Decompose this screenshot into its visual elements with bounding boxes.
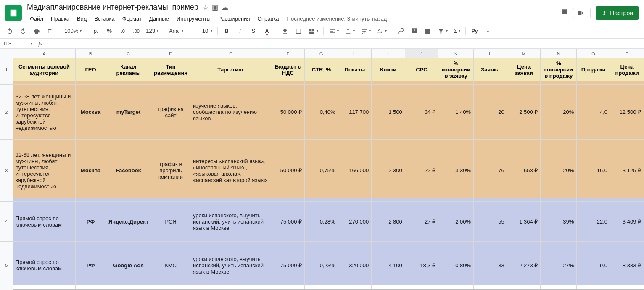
menu-help[interactable]: Справка [255,14,282,24]
cell[interactable] [405,285,438,289]
cell[interactable]: 9,0 [577,245,610,285]
cell[interactable]: 32-68 лет, женщины и мужчины, любят путе… [13,143,75,198]
col-header[interactable]: J [405,49,438,58]
col-header[interactable]: N [541,49,577,58]
cell[interactable]: Клики [372,58,405,81]
cell[interactable] [151,198,190,202]
cell[interactable] [541,198,577,202]
horizontal-align-button[interactable]: ▾ [327,27,340,35]
cell[interactable]: 270 000 [338,202,372,242]
cell[interactable] [190,140,271,143]
cell[interactable]: CPC [405,58,438,81]
cell[interactable]: Бюджет с НДС [271,58,305,81]
cell[interactable]: 20% [541,85,577,140]
cell[interactable]: 16,0 [577,143,610,198]
cell[interactable]: 34 ₽ [405,85,438,140]
cell[interactable]: Показы [338,58,372,81]
col-header[interactable]: H [338,49,372,58]
paint-format-button[interactable] [45,26,55,37]
cell[interactable] [338,198,372,202]
row-header[interactable]: 3 [0,143,13,198]
cell[interactable]: 2,00% [438,202,474,242]
row-header[interactable]: 1 [0,58,13,81]
cell[interactable] [610,285,644,289]
cell[interactable]: Прямой спрос по ключевым словам [13,245,75,285]
cell[interactable] [577,285,610,289]
col-header[interactable]: C [106,49,151,58]
cell[interactable] [438,140,474,143]
cell[interactable] [577,242,610,245]
cell[interactable] [271,140,305,143]
cell[interactable] [372,81,405,85]
cell[interactable] [190,242,271,245]
cell[interactable] [13,285,75,289]
spreadsheet-grid[interactable]: A B C D E F G H I J K L M N O P 1Сегмент… [0,49,644,290]
cell[interactable]: трафик на сайт [151,85,190,140]
cell[interactable]: Яндекс.Директ [106,202,151,242]
cell[interactable]: 117 700 [338,85,372,140]
cell[interactable]: 12 500 ₽ [610,85,644,140]
comments-icon[interactable] [561,9,568,17]
cell[interactable]: Тип размещения [151,58,190,81]
cell[interactable] [507,81,541,85]
share-button[interactable]: Настрои [596,6,639,20]
cell[interactable]: 20 [474,85,507,140]
cell[interactable]: Прямой спрос по ключевым словам [13,202,75,242]
cell[interactable]: Facebook [106,143,151,198]
cell[interactable] [151,140,190,143]
col-header[interactable]: A [13,49,75,58]
meet-present-button[interactable]: ▾ [573,8,591,18]
cell[interactable]: Цена продажи [610,58,644,81]
cell[interactable] [190,285,271,289]
cell[interactable] [106,242,151,245]
cell[interactable] [338,140,372,143]
bold-button[interactable]: B [221,26,232,37]
cell[interactable] [541,81,577,85]
insert-comment-button[interactable] [409,26,420,37]
col-header[interactable]: G [305,49,338,58]
menu-extensions[interactable]: Расширения [215,14,253,24]
cell[interactable]: 20% [541,143,577,198]
cell[interactable]: 75 000 ₽ [271,245,305,285]
cell[interactable]: уроки испанского, выучить испанский, учи… [190,202,271,242]
row-header[interactable] [0,198,13,202]
cell[interactable] [76,285,106,289]
last-edit-link[interactable]: Последнее изменение: 3 минуты назад [287,16,387,22]
cell[interactable] [405,140,438,143]
cell[interactable] [372,242,405,245]
insert-chart-button[interactable] [422,26,433,37]
cell[interactable]: РФ [76,245,106,285]
cell[interactable] [271,242,305,245]
row-header[interactable]: 4 [0,202,13,242]
cell[interactable] [76,81,106,85]
cell[interactable]: 22 ₽ [405,143,438,198]
cell[interactable]: Заявка [474,58,507,81]
cell[interactable] [338,81,372,85]
menu-edit[interactable]: Правка [48,14,72,24]
functions-button[interactable]: Σ▾ [452,27,462,35]
cell[interactable] [405,198,438,202]
cell[interactable] [438,81,474,85]
row-header[interactable]: 2 [0,85,13,140]
menu-view[interactable]: Вид [74,14,90,24]
cell[interactable]: 32-68 лет, женщины и мужчины, любят путе… [13,85,75,140]
cell[interactable]: 2 273 ₽ [507,245,541,285]
number-format-dropdown[interactable]: 123▾ [144,27,160,35]
cell[interactable]: 75 000 ₽ [271,202,305,242]
col-header[interactable]: P [610,49,644,58]
format-percent-button[interactable]: % [104,26,115,37]
cell[interactable]: трафик в профиль компании [151,143,190,198]
cell[interactable] [474,140,507,143]
text-color-button[interactable]: A [261,26,272,37]
cell[interactable]: 50 000 ₽ [271,85,305,140]
cell[interactable] [372,198,405,202]
cell[interactable]: РФ [76,202,106,242]
cell[interactable]: 4,0 [577,85,610,140]
cell[interactable]: 18,3 ₽ [405,245,438,285]
name-box[interactable]: J13▾ [0,40,35,47]
cell[interactable] [610,198,644,202]
cell[interactable] [474,285,507,289]
borders-button[interactable] [293,26,304,37]
redo-button[interactable] [18,26,29,37]
cell[interactable]: 3 409 ₽ [610,202,644,242]
